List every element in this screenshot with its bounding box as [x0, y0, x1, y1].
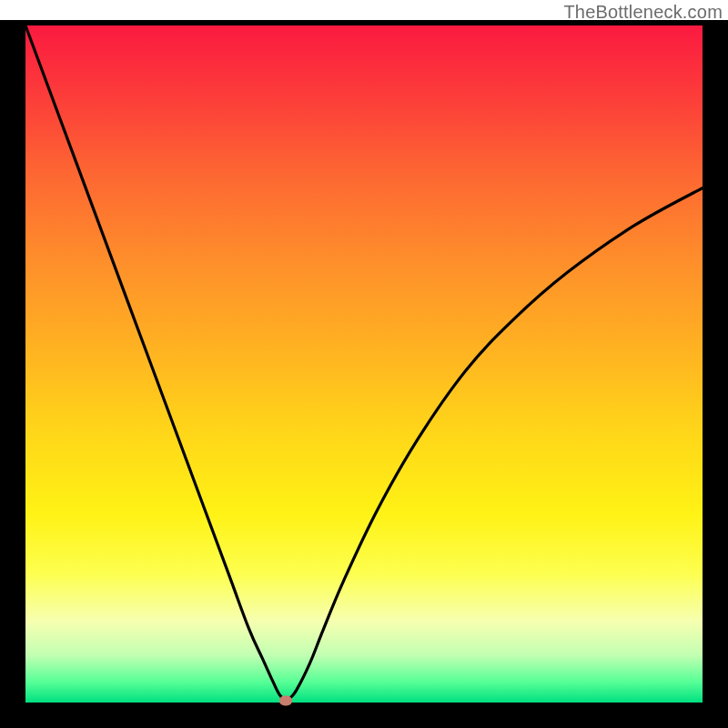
min-marker — [279, 695, 292, 705]
curve-svg — [25, 25, 703, 703]
plot-area — [25, 25, 703, 703]
chart-frame — [0, 20, 728, 728]
bottleneck-curve — [25, 25, 703, 701]
chart-stage: TheBottleneck.com — [0, 0, 728, 728]
